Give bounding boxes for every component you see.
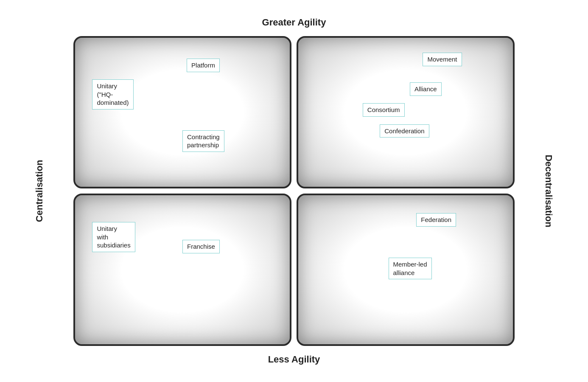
quadrant-bottom-right: Federation Member-led alliance	[297, 194, 515, 346]
tag-platform: Platform	[187, 59, 220, 72]
axis-right-label: Decentralisation	[543, 154, 554, 227]
diagram-wrapper: Greater Agility Less Agility Centralisat…	[39, 17, 549, 365]
tag-unitary-hq: Unitary ("HQ- dominated)	[92, 79, 133, 110]
axis-bottom-label: Less Agility	[268, 354, 320, 365]
tag-confederation: Confederation	[380, 124, 429, 138]
axis-left-label: Centralisation	[34, 160, 45, 222]
quadrant-top-right: Movement Alliance Consortium Confederati…	[297, 36, 515, 188]
quadrant-top-left: Platform Unitary ("HQ- dominated) Contra…	[73, 36, 291, 188]
tag-alliance: Alliance	[410, 82, 442, 96]
tag-contracting-partnership: Contracting partnership	[182, 130, 224, 152]
tag-federation: Federation	[416, 213, 456, 227]
quadrant-grid: Platform Unitary ("HQ- dominated) Contra…	[73, 36, 515, 346]
tag-movement: Movement	[423, 53, 462, 66]
tag-unitary-subsidiaries: Unitary with subsidiaries	[92, 222, 135, 252]
axis-top-label: Greater Agility	[262, 17, 326, 28]
tag-franchise: Franchise	[182, 240, 220, 253]
quadrant-bottom-left: Unitary with subsidiaries Franchise	[73, 194, 291, 346]
tag-consortium: Consortium	[363, 103, 405, 117]
tag-member-led-alliance: Member-led alliance	[389, 258, 432, 279]
